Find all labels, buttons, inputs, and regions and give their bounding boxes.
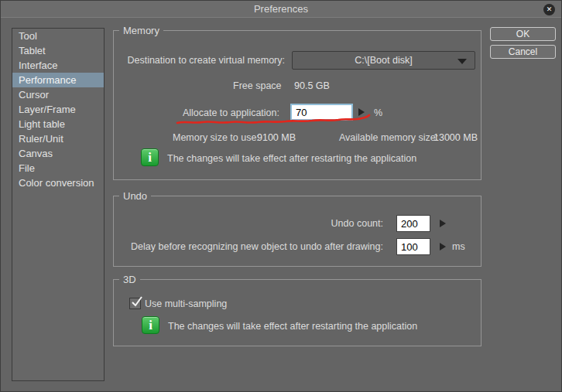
ok-button[interactable]: OK — [490, 27, 556, 41]
three-d-restart-note: The changes will take effect after resta… — [168, 321, 417, 332]
undo-group-title: Undo — [119, 190, 151, 202]
sidebar-item-canvas[interactable]: Canvas — [12, 146, 104, 161]
free-space-value: 90.5 GB — [294, 80, 330, 91]
three-d-group: 3D Use multi-sampling i The changes will… — [113, 279, 481, 346]
free-space-label: Free space — [233, 80, 282, 91]
spinner-arrow-icon[interactable] — [358, 108, 365, 116]
sidebar-item-interface[interactable]: Interface — [12, 58, 104, 73]
memory-size-label: Memory size to use: — [173, 132, 259, 143]
available-memory-value: 13000 MB — [433, 132, 478, 143]
destination-selected-value: C:\[Boot disk] — [355, 55, 412, 66]
three-d-group-title: 3D — [119, 274, 140, 285]
category-list: Tool Tablet Interface Performance Cursor… — [12, 28, 105, 381]
preferences-dialog: Preferences ✕ Tool Tablet Interface Perf… — [0, 0, 562, 392]
undo-delay-label: Delay before recognizing new object to u… — [131, 241, 383, 252]
info-icon: i — [142, 316, 159, 334]
sidebar-item-ruler-unit[interactable]: Ruler/Unit — [12, 131, 104, 146]
undo-count-input[interactable] — [396, 215, 430, 232]
memory-restart-note: The changes will take effect after resta… — [167, 153, 416, 164]
title-bar[interactable]: Preferences ✕ — [1, 1, 561, 18]
undo-delay-input[interactable] — [396, 238, 430, 255]
undo-group: Undo Undo count: Delay before recognizin… — [113, 196, 481, 267]
sidebar-item-file[interactable]: File — [12, 161, 104, 176]
sidebar-item-performance[interactable]: Performance — [12, 73, 104, 87]
dialog-title: Preferences — [254, 3, 308, 15]
multisampling-label: Use multi-sampling — [145, 298, 227, 309]
close-icon[interactable]: ✕ — [543, 4, 555, 15]
allocate-unit: % — [374, 107, 382, 118]
chevron-down-icon — [457, 59, 467, 64]
spinner-arrow-icon[interactable] — [440, 220, 446, 227]
sidebar-item-light-table[interactable]: Light table — [12, 117, 104, 131]
memory-group: Memory Destination to create virtual mem… — [113, 30, 481, 180]
info-icon: i — [141, 148, 159, 166]
sidebar-item-layer-frame[interactable]: Layer/Frame — [12, 102, 104, 117]
undo-count-label: Undo count: — [331, 218, 383, 229]
available-memory-label: Available memory size: — [339, 132, 438, 143]
sidebar-item-cursor[interactable]: Cursor — [12, 87, 104, 102]
cancel-button[interactable]: Cancel — [490, 45, 556, 59]
sidebar-item-color-conversion[interactable]: Color conversion — [12, 176, 104, 190]
destination-label: Destination to create virtual memory: — [127, 55, 285, 66]
allocate-input[interactable] — [290, 104, 353, 121]
spinner-arrow-icon[interactable] — [440, 243, 446, 251]
checkmark-icon — [131, 295, 143, 308]
undo-delay-unit: ms — [452, 241, 465, 252]
memory-size-value: 9100 MB — [257, 132, 296, 143]
allocate-label: Allocate to application: — [183, 107, 279, 118]
virtual-memory-destination-select[interactable]: C:\[Boot disk] — [292, 51, 475, 70]
sidebar-item-tool[interactable]: Tool — [12, 29, 104, 43]
multisampling-checkbox[interactable] — [129, 298, 141, 309]
sidebar-item-tablet[interactable]: Tablet — [12, 43, 104, 58]
memory-group-title: Memory — [119, 25, 163, 36]
